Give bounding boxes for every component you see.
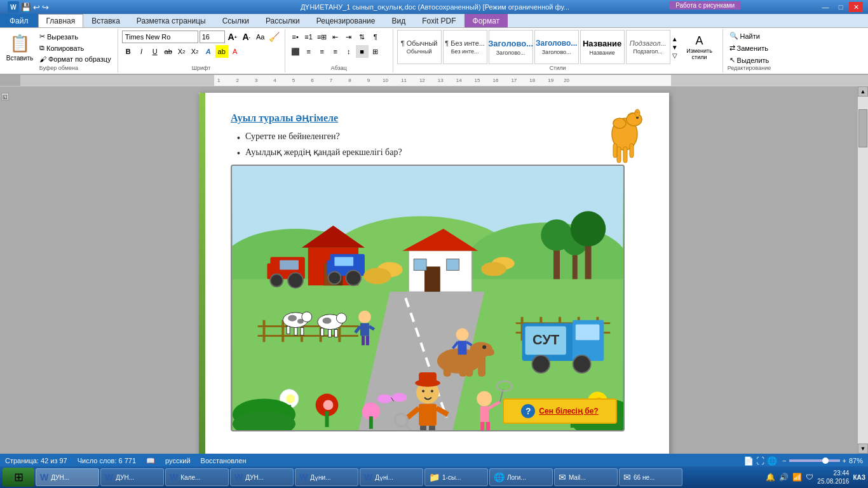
zoom-slider[interactable] (789, 459, 840, 462)
tab-page-layout[interactable]: Разметка страницы (128, 14, 214, 27)
svg-point-44 (481, 262, 506, 276)
style-subtitle[interactable]: Подзагол... Подзагол... (626, 30, 670, 64)
notification-icon[interactable]: 🔔 (766, 473, 775, 482)
svg-point-118 (323, 400, 334, 410)
language-indicator[interactable]: КАЗ (853, 474, 865, 481)
tab-review[interactable]: Рецензирование (308, 14, 384, 27)
undo-icon[interactable]: ↩ (33, 3, 40, 12)
increase-indent-button[interactable]: ⇥ (342, 30, 355, 43)
vertical-scrollbar[interactable]: ▲ ▼ (858, 86, 868, 454)
shading-button[interactable]: ■ (356, 45, 369, 58)
tab-foxit[interactable]: Foxit PDF (414, 14, 464, 27)
taskbar-chrome[interactable]: 🌐 Логи... (489, 468, 553, 486)
show-hide-button[interactable]: ¶ (369, 30, 382, 43)
maximize-button[interactable]: □ (834, 2, 848, 12)
bullets-button[interactable]: ≡• (289, 30, 302, 43)
justify-button[interactable]: ≡ (329, 45, 342, 58)
window-controls[interactable]: — □ ✕ (818, 2, 863, 12)
svg-rect-28 (424, 266, 440, 292)
change-case-button[interactable]: Aa (254, 30, 267, 43)
numbering-button[interactable]: ≡1 (302, 30, 315, 43)
select-button[interactable]: ↖ Выделить (727, 55, 772, 65)
scroll-up-button[interactable]: ▲ (858, 86, 868, 97)
antivirus-icon[interactable]: 🛡 (806, 473, 813, 482)
underline-button[interactable]: U (149, 45, 161, 58)
minimize-button[interactable]: — (818, 2, 832, 12)
multilevel-button[interactable]: ≡⊞ (316, 30, 329, 43)
line-spacing-button[interactable]: ↕ (342, 45, 355, 58)
format-painter-button[interactable]: 🖌 Формат по образцу (37, 54, 114, 64)
close-button[interactable]: ✕ (849, 2, 863, 12)
ruler-corner[interactable]: ◱ (1, 93, 9, 100)
web-view-icon[interactable]: 🌐 (767, 456, 777, 466)
italic-button[interactable]: I (135, 45, 148, 58)
tab-file[interactable]: Файл (0, 14, 38, 27)
tab-references[interactable]: Ссылки (214, 14, 257, 27)
align-right-button[interactable]: ≡ (316, 45, 329, 58)
spell-check-icon[interactable]: 📖 (146, 457, 155, 465)
taskbar-mail-2[interactable]: ✉ 66 не... (619, 468, 682, 486)
styles-scroll[interactable]: ▲ ▼ ▽ (672, 36, 678, 59)
save-icon[interactable]: 💾 (21, 3, 31, 12)
taskbar-word-1[interactable]: W ДУН... (36, 468, 99, 486)
tab-insert[interactable]: Вставка (83, 14, 128, 27)
taskbar-word-2[interactable]: W ДУН... (100, 468, 164, 486)
shrink-font-button[interactable]: A- (240, 30, 253, 43)
clear-format-button[interactable]: 🧹 (268, 30, 281, 43)
sort-button[interactable]: ⇅ (356, 30, 369, 43)
borders-button[interactable]: ⊞ (369, 45, 382, 58)
start-button[interactable]: ⊞ (3, 468, 34, 487)
decrease-indent-button[interactable]: ⇤ (329, 30, 342, 43)
tab-mailings[interactable]: Рассылки (257, 14, 308, 27)
speaker-icon[interactable]: 🔊 (779, 473, 789, 482)
align-center-button[interactable]: ≡ (302, 45, 315, 58)
find-button[interactable]: 🔍 Найти (727, 30, 772, 41)
style-title[interactable]: Название Название (580, 30, 625, 64)
zoom-in-button[interactable]: + (843, 457, 846, 464)
paste-button[interactable]: 📋 Вставить (4, 30, 36, 65)
font-color-button[interactable]: A (229, 45, 241, 58)
bold-button[interactable]: B (122, 45, 135, 58)
align-left-button[interactable]: ⬛️ (289, 45, 302, 58)
taskbar-folder[interactable]: 📁 1-сы... (424, 468, 488, 486)
tab-view[interactable]: Вид (383, 14, 414, 27)
ribbon-section-font: Times New Ro 16 A+ A- Aa 🧹 B I U ab X2 X… (118, 29, 285, 72)
style-heading2[interactable]: Заголово... Заголово... (534, 30, 579, 64)
style-heading1[interactable]: Заголово... Заголово... (489, 30, 533, 64)
svg-rect-30 (414, 259, 426, 271)
scroll-track[interactable] (858, 97, 868, 444)
taskbar-mail-1[interactable]: ✉ Mail... (554, 468, 618, 486)
svg-rect-61 (287, 327, 290, 334)
taskbar-word-4[interactable]: W ДУН... (230, 468, 294, 486)
style-no-interval[interactable]: ¶ Без инте... Без инте... (443, 30, 487, 64)
copy-button[interactable]: ⧉ Копировать (37, 43, 114, 53)
font-name-input[interactable]: Times New Ro (122, 30, 198, 43)
change-styles-button[interactable]: A Изменить стили (681, 30, 719, 64)
strikethrough-button[interactable]: ab (162, 45, 175, 58)
tab-format[interactable]: Формат (465, 14, 508, 27)
style-normal[interactable]: ¶ Обычный Обычный (397, 30, 442, 64)
quick-access-toolbar: W 💾 ↩ ↪ (5, 1, 51, 13)
print-view-icon[interactable]: 📄 (743, 456, 754, 466)
subscript-button[interactable]: X2 (175, 45, 188, 58)
svg-rect-76 (362, 336, 365, 345)
superscript-button[interactable]: X2 (189, 45, 201, 58)
scroll-thumb[interactable] (858, 109, 867, 147)
tab-home[interactable]: Главная (38, 14, 84, 27)
replace-button[interactable]: ⇄ Заменить (727, 43, 772, 53)
full-screen-icon[interactable]: ⛶ (756, 456, 764, 466)
zoom-out-button[interactable]: − (782, 457, 786, 464)
grow-font-button[interactable]: A+ (226, 30, 239, 43)
network-icon[interactable]: 📶 (792, 473, 802, 482)
highlight-button[interactable]: ab (215, 45, 228, 58)
taskbar-word-5[interactable]: W Дүни... (295, 468, 358, 486)
redo-icon[interactable]: ↪ (42, 3, 49, 12)
cursor-icon: ↖ (729, 56, 735, 64)
scroll-down-button[interactable]: ▼ (858, 444, 868, 454)
taskbar-word-6[interactable]: W Дүні... (360, 468, 423, 486)
taskbar-word-3[interactable]: W Кале... (165, 468, 229, 486)
font-size-input[interactable]: 16 (200, 30, 225, 43)
text-effect-button[interactable]: A (202, 45, 215, 58)
bullet-dot-2: • (237, 148, 240, 158)
cut-button[interactable]: ✂ Вырезать (37, 31, 114, 42)
